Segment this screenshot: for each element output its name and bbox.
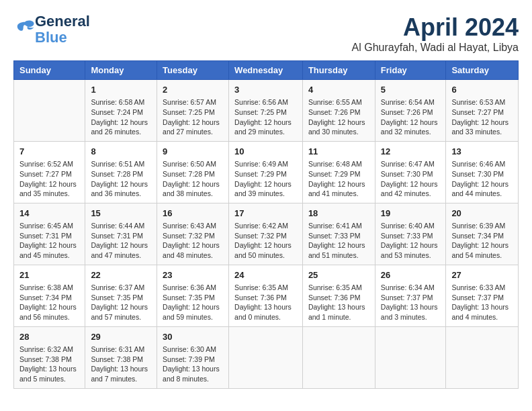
day-number: 24 — [234, 269, 297, 281]
day-number: 6 — [451, 84, 513, 96]
day-number: 9 — [163, 146, 223, 158]
day-number: 13 — [451, 146, 513, 158]
calendar-cell: 22Sunrise: 6:37 AM Sunset: 7:35 PM Dayli… — [85, 265, 157, 326]
day-number: 1 — [91, 84, 151, 96]
header-sunday: Sunday — [14, 61, 85, 80]
calendar-cell: 17Sunrise: 6:42 AM Sunset: 7:32 PM Dayli… — [229, 203, 303, 265]
day-number: 11 — [308, 146, 369, 158]
day-info: Sunrise: 6:55 AM Sunset: 7:26 PM Dayligh… — [308, 97, 369, 137]
day-info: Sunrise: 6:42 AM Sunset: 7:32 PM Dayligh… — [234, 221, 297, 261]
logo-text: GeneralBlue — [35, 13, 90, 46]
calendar-cell: 15Sunrise: 6:44 AM Sunset: 7:31 PM Dayli… — [85, 203, 157, 265]
header-tuesday: Tuesday — [157, 61, 229, 80]
calendar-cell — [14, 80, 85, 142]
day-info: Sunrise: 6:44 AM Sunset: 7:31 PM Dayligh… — [91, 221, 151, 261]
calendar-cell — [446, 326, 519, 388]
calendar-cell: 4Sunrise: 6:55 AM Sunset: 7:26 PM Daylig… — [302, 80, 375, 142]
day-number: 18 — [308, 208, 369, 220]
calendar-cell: 30Sunrise: 6:30 AM Sunset: 7:39 PM Dayli… — [157, 326, 229, 388]
day-number: 22 — [91, 269, 151, 281]
location-title: Al Ghurayfah, Wadi al Hayat, Libya — [352, 42, 519, 54]
day-info: Sunrise: 6:41 AM Sunset: 7:33 PM Dayligh… — [308, 221, 369, 261]
day-info: Sunrise: 6:51 AM Sunset: 7:28 PM Dayligh… — [91, 159, 151, 199]
calendar-cell: 21Sunrise: 6:38 AM Sunset: 7:34 PM Dayli… — [14, 265, 85, 326]
day-number: 2 — [163, 84, 223, 96]
header-wednesday: Wednesday — [229, 61, 303, 80]
calendar-cell: 27Sunrise: 6:33 AM Sunset: 7:37 PM Dayli… — [446, 265, 519, 326]
calendar-cell — [302, 326, 375, 388]
calendar-cell: 14Sunrise: 6:45 AM Sunset: 7:31 PM Dayli… — [14, 203, 85, 265]
day-number: 17 — [234, 208, 297, 220]
day-info: Sunrise: 6:35 AM Sunset: 7:36 PM Dayligh… — [308, 283, 369, 322]
day-info: Sunrise: 6:39 AM Sunset: 7:34 PM Dayligh… — [451, 221, 513, 261]
calendar-cell: 18Sunrise: 6:41 AM Sunset: 7:33 PM Dayli… — [302, 203, 375, 265]
calendar-cell: 24Sunrise: 6:35 AM Sunset: 7:36 PM Dayli… — [229, 265, 303, 326]
day-info: Sunrise: 6:53 AM Sunset: 7:27 PM Dayligh… — [451, 97, 513, 137]
calendar-cell: 8Sunrise: 6:51 AM Sunset: 7:28 PM Daylig… — [85, 141, 157, 203]
day-info: Sunrise: 6:58 AM Sunset: 7:24 PM Dayligh… — [91, 97, 151, 137]
day-number: 21 — [19, 269, 79, 281]
day-info: Sunrise: 6:57 AM Sunset: 7:25 PM Dayligh… — [163, 97, 223, 137]
calendar-cell: 7Sunrise: 6:52 AM Sunset: 7:27 PM Daylig… — [14, 141, 85, 203]
calendar-week-row: 21Sunrise: 6:38 AM Sunset: 7:34 PM Dayli… — [14, 265, 519, 326]
day-info: Sunrise: 6:33 AM Sunset: 7:37 PM Dayligh… — [451, 283, 513, 322]
calendar-cell: 10Sunrise: 6:49 AM Sunset: 7:29 PM Dayli… — [229, 141, 303, 203]
calendar-cell: 26Sunrise: 6:34 AM Sunset: 7:37 PM Dayli… — [375, 265, 446, 326]
day-info: Sunrise: 6:40 AM Sunset: 7:33 PM Dayligh… — [381, 221, 441, 261]
day-info: Sunrise: 6:35 AM Sunset: 7:36 PM Dayligh… — [234, 283, 297, 322]
calendar-header-row: SundayMondayTuesdayWednesdayThursdayFrid… — [14, 61, 519, 80]
calendar-cell: 1Sunrise: 6:58 AM Sunset: 7:24 PM Daylig… — [85, 80, 157, 142]
day-info: Sunrise: 6:46 AM Sunset: 7:30 PM Dayligh… — [451, 159, 513, 199]
day-info: Sunrise: 6:32 AM Sunset: 7:38 PM Dayligh… — [19, 345, 79, 384]
day-number: 16 — [163, 208, 223, 220]
day-number: 29 — [91, 331, 151, 343]
day-number: 28 — [19, 331, 79, 343]
logo-bird-icon — [15, 18, 35, 38]
day-number: 3 — [234, 84, 297, 96]
day-info: Sunrise: 6:34 AM Sunset: 7:37 PM Dayligh… — [381, 283, 441, 322]
day-number: 19 — [381, 208, 441, 220]
day-info: Sunrise: 6:56 AM Sunset: 7:25 PM Dayligh… — [234, 97, 297, 137]
calendar-cell: 5Sunrise: 6:54 AM Sunset: 7:26 PM Daylig… — [375, 80, 446, 142]
day-number: 4 — [308, 84, 369, 96]
month-title: April 2024 — [352, 13, 519, 42]
calendar-table: SundayMondayTuesdayWednesdayThursdayFrid… — [13, 60, 519, 389]
calendar-week-row: 28Sunrise: 6:32 AM Sunset: 7:38 PM Dayli… — [14, 326, 519, 388]
day-number: 12 — [381, 146, 441, 158]
calendar-cell: 9Sunrise: 6:50 AM Sunset: 7:28 PM Daylig… — [157, 141, 229, 203]
day-info: Sunrise: 6:50 AM Sunset: 7:28 PM Dayligh… — [163, 159, 223, 199]
day-number: 10 — [234, 146, 297, 158]
calendar-cell: 28Sunrise: 6:32 AM Sunset: 7:38 PM Dayli… — [14, 326, 85, 388]
day-number: 25 — [308, 269, 369, 281]
title-block: April 2024 Al Ghurayfah, Wadi al Hayat, … — [352, 13, 519, 54]
day-info: Sunrise: 6:47 AM Sunset: 7:30 PM Dayligh… — [381, 159, 441, 199]
header-saturday: Saturday — [446, 61, 519, 80]
day-number: 7 — [19, 146, 79, 158]
calendar-cell: 25Sunrise: 6:35 AM Sunset: 7:36 PM Dayli… — [302, 265, 375, 326]
calendar-cell: 13Sunrise: 6:46 AM Sunset: 7:30 PM Dayli… — [446, 141, 519, 203]
day-number: 15 — [91, 208, 151, 220]
calendar-cell — [375, 326, 446, 388]
calendar-cell — [229, 326, 303, 388]
day-info: Sunrise: 6:48 AM Sunset: 7:29 PM Dayligh… — [308, 159, 369, 199]
calendar-cell: 20Sunrise: 6:39 AM Sunset: 7:34 PM Dayli… — [446, 203, 519, 265]
calendar-cell: 6Sunrise: 6:53 AM Sunset: 7:27 PM Daylig… — [446, 80, 519, 142]
day-number: 23 — [163, 269, 223, 281]
day-info: Sunrise: 6:37 AM Sunset: 7:35 PM Dayligh… — [91, 283, 151, 322]
calendar-cell: 23Sunrise: 6:36 AM Sunset: 7:35 PM Dayli… — [157, 265, 229, 326]
day-number: 27 — [451, 269, 513, 281]
calendar-cell: 11Sunrise: 6:48 AM Sunset: 7:29 PM Dayli… — [302, 141, 375, 203]
day-info: Sunrise: 6:43 AM Sunset: 7:32 PM Dayligh… — [163, 221, 223, 261]
day-info: Sunrise: 6:38 AM Sunset: 7:34 PM Dayligh… — [19, 283, 79, 322]
calendar-cell: 3Sunrise: 6:56 AM Sunset: 7:25 PM Daylig… — [229, 80, 303, 142]
calendar-cell: 12Sunrise: 6:47 AM Sunset: 7:30 PM Dayli… — [375, 141, 446, 203]
day-info: Sunrise: 6:54 AM Sunset: 7:26 PM Dayligh… — [381, 97, 441, 137]
calendar-week-row: 14Sunrise: 6:45 AM Sunset: 7:31 PM Dayli… — [14, 203, 519, 265]
page-header: GeneralBlue April 2024 Al Ghurayfah, Wad… — [13, 13, 519, 54]
header-friday: Friday — [375, 61, 446, 80]
day-number: 30 — [163, 331, 223, 343]
day-number: 8 — [91, 146, 151, 158]
header-monday: Monday — [85, 61, 157, 80]
day-info: Sunrise: 6:45 AM Sunset: 7:31 PM Dayligh… — [19, 221, 79, 261]
calendar-cell: 2Sunrise: 6:57 AM Sunset: 7:25 PM Daylig… — [157, 80, 229, 142]
